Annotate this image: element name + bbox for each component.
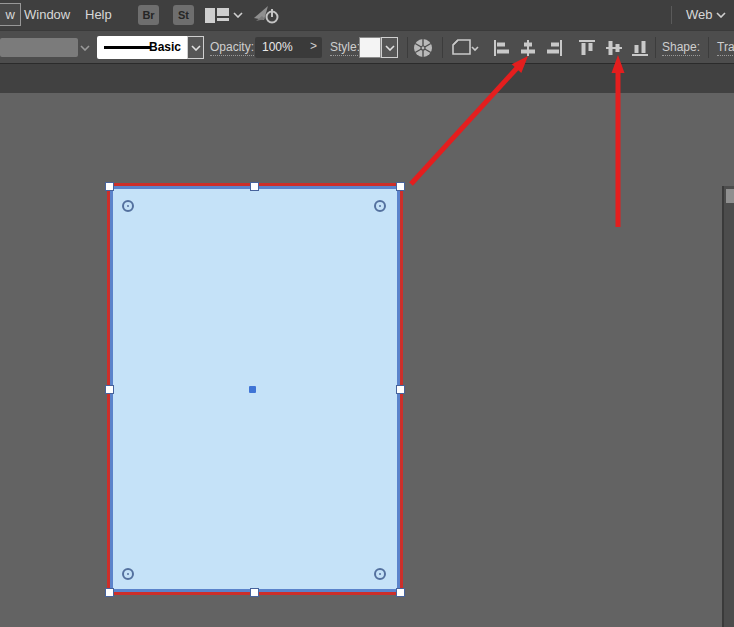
horizontal-align-left-icon	[493, 39, 511, 57]
selection-handle-top-center[interactable]	[250, 182, 259, 191]
selection-handle-middle-left[interactable]	[105, 385, 114, 394]
menu-view-partial[interactable]: w	[0, 3, 21, 26]
document-setup-button[interactable]	[447, 36, 483, 59]
selection-handle-middle-right[interactable]	[396, 385, 405, 394]
shape-label[interactable]: Shape:	[662, 40, 700, 56]
dock-handle[interactable]	[726, 189, 734, 203]
vertical-align-top-button[interactable]	[576, 37, 598, 58]
style-label[interactable]: Style:	[330, 40, 360, 56]
selection-handle-top-right[interactable]	[396, 182, 405, 191]
corner-widget-bottom-left[interactable]	[122, 568, 134, 580]
selection-handle-top-left[interactable]	[105, 182, 114, 191]
workspace-chevron[interactable]	[716, 12, 726, 20]
control-bar: Basic Opacity: 100% > Style:	[0, 30, 734, 63]
menu-window[interactable]: Window	[24, 0, 70, 30]
illustrator-window: w Window Help Br St	[0, 0, 734, 627]
vertical-align-bottom-icon	[631, 39, 649, 57]
stock-button[interactable]: St	[173, 5, 194, 25]
vertical-align-center-icon	[605, 39, 623, 57]
selection-handle-bottom-right[interactable]	[396, 588, 405, 597]
recolor-artwork-wheel-icon	[412, 37, 434, 59]
opacity-input[interactable]: 100% >	[255, 37, 322, 58]
vertical-align-bottom-button[interactable]	[629, 37, 651, 58]
document-setup-icon	[450, 38, 480, 58]
vertical-align-center-button[interactable]	[603, 37, 625, 58]
arrange-documents-icon	[205, 8, 229, 23]
stroke-weight-field[interactable]	[0, 38, 78, 57]
corner-widget-top-right[interactable]	[374, 200, 386, 212]
panel-dock-edge[interactable]	[724, 186, 734, 627]
horizontal-align-center-icon	[519, 39, 537, 57]
chevron-down-icon	[716, 12, 726, 18]
arrange-documents-chevron[interactable]	[233, 12, 243, 20]
controlbar-separator	[708, 37, 709, 58]
bridge-button[interactable]: Br	[138, 5, 159, 25]
controlbar-separator	[442, 37, 443, 58]
document-tab-strip	[0, 63, 734, 93]
menu-help[interactable]: Help	[85, 0, 112, 30]
opacity-expand-button[interactable]: >	[310, 39, 317, 53]
controlbar-separator	[407, 37, 408, 58]
chevron-down-icon	[233, 12, 243, 18]
style-swatch[interactable]	[359, 37, 381, 58]
selection-handle-bottom-left[interactable]	[105, 588, 114, 597]
horizontal-align-right-button[interactable]	[543, 37, 565, 58]
brush-dropdown-button[interactable]	[187, 36, 204, 59]
horizontal-align-center-button[interactable]	[517, 37, 539, 58]
corner-widget-top-left[interactable]	[122, 200, 134, 212]
vertical-align-top-icon	[578, 39, 596, 57]
arrange-documents-button[interactable]	[205, 8, 229, 24]
controlbar-separator	[655, 37, 656, 58]
corner-widget-bottom-right[interactable]	[374, 568, 386, 580]
center-anchor[interactable]	[249, 386, 256, 393]
selection-handle-bottom-center[interactable]	[250, 588, 259, 597]
menu-bar: w Window Help Br St	[0, 0, 734, 30]
gpu-performance-button[interactable]	[253, 5, 281, 25]
transform-label[interactable]: Tra	[717, 40, 734, 56]
brush-stroke-preview	[104, 46, 151, 49]
gpu-performance-rocket-icon	[253, 5, 281, 25]
menubar-separator	[671, 6, 672, 24]
brush-definition-dropdown[interactable]: Basic	[97, 36, 187, 59]
brush-name-label: Basic	[149, 40, 181, 54]
horizontal-align-right-icon	[545, 39, 563, 57]
recolor-artwork-button[interactable]	[411, 36, 435, 59]
horizontal-align-left-button[interactable]	[491, 37, 513, 58]
opacity-label[interactable]: Opacity:	[210, 40, 254, 56]
workspace-switcher[interactable]: Web	[686, 0, 713, 30]
opacity-value[interactable]: 100%	[262, 40, 293, 54]
stroke-weight-chevron[interactable]	[80, 45, 90, 51]
style-dropdown-button[interactable]	[381, 37, 398, 58]
